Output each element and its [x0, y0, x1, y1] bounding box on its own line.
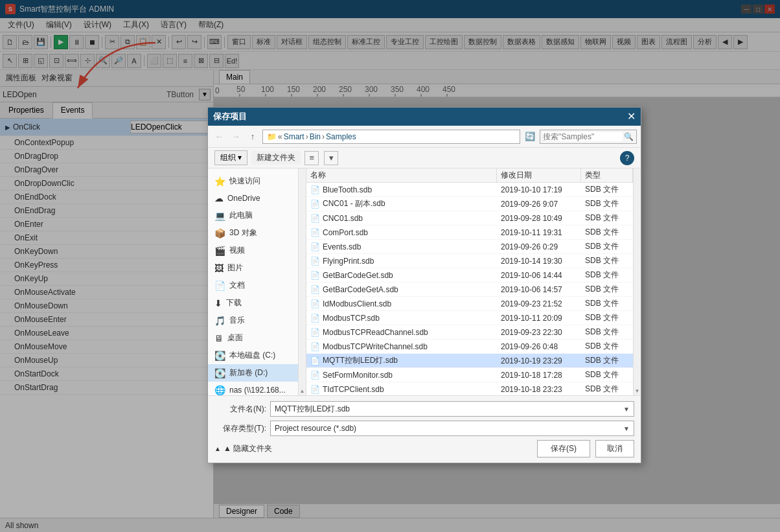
file-name: FlyingPrint.sdb — [323, 257, 374, 266]
fd-sidebar-item[interactable]: 🌐 nas (\\192.168... — [208, 382, 298, 395]
file-cell-name: 📄 ComPort.sdb — [306, 227, 497, 238]
file-cell-date: 2019-10-10 17:19 — [497, 184, 581, 196]
col-name[interactable]: 名称 — [306, 168, 497, 182]
file-row[interactable]: 📄 SetFormMonitor.sdb 2019-10-18 17:28 SD… — [306, 368, 633, 382]
fd-sidebar-item[interactable]: 🎵 音乐 — [208, 312, 298, 329]
file-cell-type: SDB 文件 — [581, 325, 633, 339]
sidebar-icon: 💻 — [214, 211, 225, 221]
dialog-title: 保存项目 — [213, 111, 247, 122]
fd-cancel-btn[interactable]: 取消 — [595, 440, 634, 457]
sidebar-item-label: 本地磁盘 (C:) — [229, 350, 275, 361]
fd-sidebar-item[interactable]: 💽 新加卷 (D:) — [208, 364, 298, 382]
file-icon: 📄 — [310, 228, 320, 237]
fd-file-list[interactable]: 名称 修改日期 类型 📄 BlueTooth.sdb 2019-10-10 17… — [306, 168, 633, 395]
file-row[interactable]: 📄 ModbusTCP.sdb 2019-10-11 20:09 SDB 文件 — [306, 311, 633, 325]
fd-sidebar-item[interactable]: ⭐ 快速访问 — [208, 172, 298, 190]
fd-back-btn[interactable]: ← — [212, 130, 226, 144]
fd-sidebar-item[interactable]: 💻 此电脑 — [208, 207, 298, 224]
file-name: ModbusTCPWriteChannel.sdb — [323, 342, 428, 351]
sidebar-item-label: 此电脑 — [229, 210, 253, 221]
file-cell-type: SDB 文件 — [581, 183, 633, 196]
file-row[interactable]: 📄 CNC01.sdb 2019-09-28 10:49 SDB 文件 — [306, 211, 633, 226]
file-rows-container: 📄 BlueTooth.sdb 2019-10-10 17:19 SDB 文件 … — [306, 183, 633, 395]
file-cell-type: SDB 文件 — [581, 283, 633, 296]
fd-view-btn[interactable]: ≡ — [304, 151, 319, 165]
sidebar-item-label: 桌面 — [227, 332, 243, 343]
sidebar-icon: 📦 — [214, 228, 225, 238]
file-row[interactable]: 📄 GetBarCodeGetA.sdb 2019-10-06 14:57 SD… — [306, 283, 633, 297]
fd-forward-btn[interactable]: → — [229, 130, 243, 144]
fd-search-bar[interactable]: 🔍 — [540, 130, 637, 144]
sidebar-item-label: 3D 对象 — [229, 227, 257, 238]
file-row[interactable]: 📄 CNC01 - 副本.sdb 2019-09-26 9:07 SDB 文件 — [306, 197, 633, 211]
fd-refresh-btn[interactable]: 🔄 — [523, 130, 537, 144]
fd-sidebar-item[interactable]: ⬇ 下载 — [208, 294, 298, 312]
fd-path-smart[interactable]: Smart — [284, 132, 304, 141]
file-cell-date: 2019-10-06 14:57 — [497, 284, 581, 295]
file-icon: 📄 — [310, 214, 320, 223]
file-row[interactable]: 📄 TIdTCPClient.sdb 2019-10-18 23:23 SDB … — [306, 382, 633, 395]
fd-path-sep3: › — [322, 132, 325, 141]
file-name: IdModbusClient.sdb — [323, 299, 391, 308]
fd-new-folder-btn[interactable]: 新建文件夹 — [251, 151, 301, 165]
file-row[interactable]: 📄 GetBarCodeGet.sdb 2019-10-06 14:44 SDB… — [306, 268, 633, 283]
fd-sidebar-item[interactable]: 🖼 图片 — [208, 259, 298, 277]
search-icon: 🔍 — [624, 132, 634, 141]
col-type[interactable]: 类型 — [581, 168, 633, 182]
sidebar-item-label: 下载 — [226, 297, 242, 308]
file-icon: 📄 — [310, 271, 320, 280]
fd-filetype-input[interactable]: Project resource (*.sdb) ▼ — [270, 421, 634, 436]
sidebar-item-label: 文档 — [229, 280, 245, 291]
file-row[interactable]: 📄 IdModbusClient.sdb 2019-09-23 21:52 SD… — [306, 297, 633, 311]
file-row[interactable]: 📄 ModbusTCPReadChannel.sdb 2019-09-23 22… — [306, 325, 633, 340]
fd-filename-input[interactable]: MQTT控制LED灯.sdb ▼ — [270, 401, 634, 417]
file-cell-date: 2019-10-06 14:44 — [497, 270, 581, 281]
file-cell-type: SDB 文件 — [581, 382, 633, 395]
fd-sidebar-item[interactable]: 📄 文档 — [208, 277, 298, 294]
file-name: GetBarCodeGetA.sdb — [323, 285, 398, 294]
fd-path-samples[interactable]: Samples — [326, 132, 356, 141]
fd-btn-row: ▲ ▲ 隐藏文件夹 保存(S) 取消 — [214, 440, 634, 457]
fd-search-input[interactable] — [543, 132, 623, 141]
fd-sidebar-item[interactable]: 🎬 视频 — [208, 242, 298, 259]
fd-filetype-value: Project resource (*.sdb) — [275, 424, 356, 433]
fd-sidebar-item[interactable]: 🖥 桌面 — [208, 329, 298, 347]
file-name: ModbusTCP.sdb — [323, 314, 380, 323]
fd-path-bar[interactable]: 📁 « Smart › Bin › Samples — [262, 130, 520, 144]
file-row[interactable]: 📄 Events.sdb 2019-09-26 0:29 SDB 文件 — [306, 240, 633, 254]
fd-up-btn[interactable]: ↑ — [246, 130, 260, 144]
file-cell-name: 📄 SetFormMonitor.sdb — [306, 369, 497, 381]
sidebar-item-label: 快速访问 — [229, 176, 260, 187]
fd-hide-folder-btn[interactable]: ▲ ▲ 隐藏文件夹 — [214, 443, 272, 454]
file-row[interactable]: 📄 FlyingPrint.sdb 2019-10-14 19:30 SDB 文… — [306, 254, 633, 268]
sidebar-item-label: OneDrive — [227, 194, 260, 203]
file-cell-type: SDB 文件 — [581, 354, 633, 367]
file-row[interactable]: 📄 BlueTooth.sdb 2019-10-10 17:19 SDB 文件 — [306, 183, 633, 197]
file-row[interactable]: 📄 MQTT控制LED灯.sdb 2019-10-19 23:29 SDB 文件 — [306, 354, 633, 368]
file-name: SetFormMonitor.sdb — [323, 371, 393, 380]
file-row[interactable]: 📄 ComPort.sdb 2019-10-11 19:31 SDB 文件 — [306, 226, 633, 240]
sidebar-icon: ⬇ — [214, 298, 222, 308]
fd-scroll-left: ▲ — [299, 168, 306, 395]
fd-filename-row: 文件名(N): MQTT控制LED灯.sdb ▼ — [214, 401, 634, 417]
file-cell-type: SDB 文件 — [581, 311, 633, 325]
fd-save-btn[interactable]: 保存(S) — [537, 440, 590, 457]
file-row[interactable]: 📄 ModbusTCPWriteChannel.sdb 2019-09-26 0… — [306, 340, 633, 354]
sidebar-item-label: 音乐 — [229, 315, 245, 326]
fd-organize-btn[interactable]: 组织 ▾ — [214, 150, 247, 165]
fd-sidebar-item[interactable]: ☁ OneDrive — [208, 190, 298, 207]
file-name: GetBarCodeGet.sdb — [323, 271, 393, 280]
dialog-close-btn[interactable]: ✕ — [627, 111, 636, 122]
col-date[interactable]: 修改日期 — [497, 168, 581, 182]
fd-path-bin[interactable]: Bin — [310, 132, 321, 141]
fd-filename-value: MQTT控制LED灯.sdb — [275, 404, 350, 415]
fd-sidebar-item[interactable]: 💽 本地磁盘 (C:) — [208, 347, 298, 364]
fd-view-btn2[interactable]: ▾ — [324, 151, 338, 165]
fd-filetype-row: 保存类型(T): Project resource (*.sdb) ▼ — [214, 421, 634, 436]
fd-help-btn[interactable]: ? — [620, 151, 634, 165]
sidebar-icon: 📄 — [214, 281, 225, 291]
fd-sidebar-item[interactable]: 📦 3D 对象 — [208, 224, 298, 242]
file-name: MQTT控制LED灯.sdb — [323, 355, 398, 366]
sidebar-icon: ⭐ — [214, 176, 225, 187]
file-cell-date: 2019-10-14 19:30 — [497, 255, 581, 267]
